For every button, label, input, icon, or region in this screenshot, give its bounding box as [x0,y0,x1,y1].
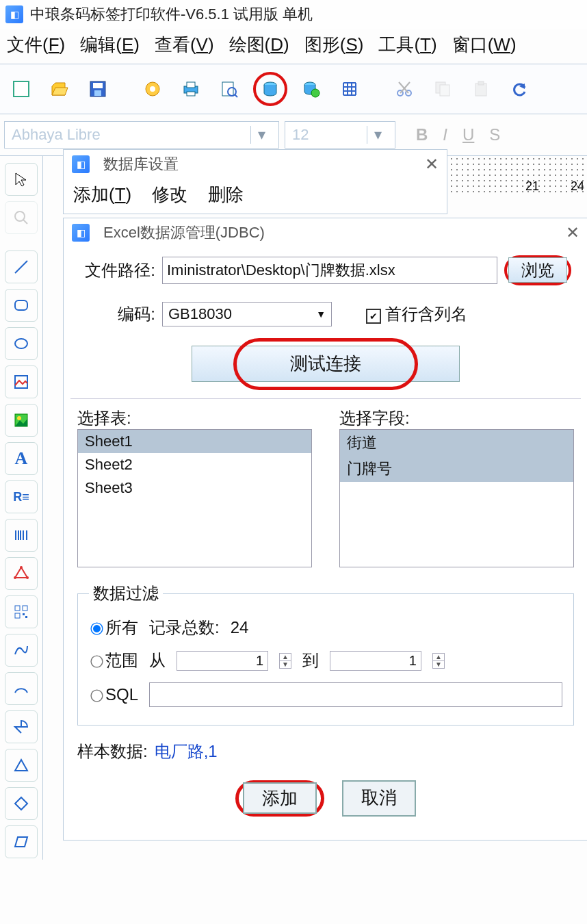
dialog-icon: ◧ [72,155,90,173]
to-spinner[interactable]: ▲▼ [432,653,445,669]
select-field-label: 选择字段: [339,407,574,429]
svg-rect-30 [478,81,484,85]
svg-rect-0 [14,81,29,97]
image-frame-icon[interactable] [5,365,38,398]
highlight-circle: 添加 [235,780,324,817]
print-icon[interactable] [177,75,205,103]
svg-point-38 [17,416,21,420]
to-input[interactable]: 1 [330,651,421,671]
svg-point-35 [15,339,27,348]
svg-rect-3 [94,90,101,96]
svg-point-5 [150,86,155,92]
db-add-menu[interactable]: 添加(T) [73,183,131,207]
text-icon[interactable]: A [5,442,38,475]
list-item[interactable]: Sheet1 [78,430,311,453]
add-button[interactable]: 添加 [243,782,317,814]
strike-button[interactable]: S [489,125,500,144]
sql-input[interactable] [149,682,562,707]
svg-point-14 [311,89,319,97]
underline-button[interactable]: U [462,125,474,144]
radio-range[interactable]: 范围 [89,650,138,671]
preview-icon[interactable] [215,75,244,103]
menu-draw[interactable]: 绘图(D) [229,33,289,57]
italic-button[interactable]: I [443,125,447,144]
menu-view[interactable]: 查看(V) [155,33,214,57]
parallelogram-icon[interactable] [5,825,38,858]
rounded-rect-icon[interactable] [5,289,38,322]
ellipse-icon[interactable] [5,327,38,360]
file-path-label: 文件路径: [80,259,155,281]
pie-icon[interactable] [5,710,38,743]
svg-rect-7 [187,82,195,88]
list-item[interactable]: Sheet3 [78,476,311,500]
bold-button[interactable]: B [416,125,428,144]
qrcode-icon[interactable] [5,595,38,628]
font-size-value: 12 [292,126,309,144]
from-input[interactable]: 1 [177,651,268,671]
save-icon[interactable] [83,75,112,103]
font-size-combo[interactable]: 12 ▾ [285,121,395,149]
app-icon: ◧ [5,5,23,23]
table-listbox[interactable]: Sheet1 Sheet2 Sheet3 [77,429,312,567]
undo-icon[interactable] [505,75,534,103]
list-item[interactable]: Sheet2 [78,453,311,476]
barcode-icon[interactable] [5,519,38,552]
from-label: 从 [149,650,166,671]
first-row-checkbox[interactable]: ✔首行含列名 [366,303,467,325]
svg-rect-34 [15,300,27,310]
cancel-button[interactable]: 取消 [342,780,416,817]
line-icon[interactable] [5,251,38,283]
test-connection-button[interactable]: 测试连接 [192,346,460,382]
svg-point-46 [26,576,29,579]
picture-icon[interactable] [5,404,38,437]
triangle-icon[interactable] [5,749,38,782]
paste-icon[interactable] [467,75,495,103]
menu-window[interactable]: 窗口(W) [452,33,517,57]
radio-sql[interactable]: SQL [89,685,138,704]
open-icon[interactable] [45,75,74,103]
list-item[interactable]: 街道 [340,430,573,456]
database-refresh-icon[interactable] [297,75,326,103]
browse-button[interactable]: 浏览 [508,257,567,283]
zoom-icon[interactable] [5,201,38,234]
cut-icon[interactable] [390,75,419,103]
radio-all[interactable]: 所有 [89,617,138,639]
db-delete-menu[interactable]: 删除 [208,183,244,207]
new-doc-icon[interactable] [7,75,36,103]
select-table-label: 选择表: [77,407,312,429]
svg-line-25 [400,82,410,93]
copy-icon[interactable] [428,75,457,103]
record-count-value: 24 [231,618,249,637]
menu-shape[interactable]: 图形(S) [304,33,364,57]
close-icon[interactable]: ✕ [425,155,439,174]
menu-file[interactable]: 文件(F) [7,33,65,57]
chevron-down-icon: ▾ [367,126,388,144]
arc-icon[interactable] [5,672,38,705]
menu-tool[interactable]: 工具(T) [378,33,436,57]
chevron-down-icon: ▾ [250,126,272,144]
diamond-icon[interactable] [5,787,38,820]
encoding-combo[interactable]: GB18030 ▼ [162,302,332,326]
richtext-icon[interactable]: R≡ [5,480,38,513]
field-listbox[interactable]: 街道 门牌号 [339,429,574,567]
list-item[interactable]: 门牌号 [340,456,573,482]
svg-rect-49 [23,606,27,611]
close-icon[interactable]: ✕ [566,223,579,242]
menu-edit[interactable]: 编辑(E) [80,33,140,57]
encoding-label: 编码: [80,303,155,325]
database-icon[interactable] [253,72,287,106]
from-spinner[interactable]: ▲▼ [279,653,291,669]
dialog-icon: ◧ [72,224,90,242]
db-modify-menu[interactable]: 修改 [152,183,187,207]
svg-marker-54 [15,797,27,810]
polygon-icon[interactable] [5,557,38,590]
settings-icon[interactable] [138,75,167,103]
svg-line-33 [15,261,27,273]
filter-legend: 数据过滤 [89,582,163,604]
sample-value: 电厂路,1 [155,741,218,762]
curve-icon[interactable] [5,634,38,667]
grid-icon[interactable] [335,75,364,103]
file-path-input[interactable]: Iministrator\Desktop\门牌数据.xlsx [162,257,497,284]
font-family-combo[interactable]: Abhaya Libre ▾ [4,121,279,149]
svg-marker-44 [15,567,27,578]
